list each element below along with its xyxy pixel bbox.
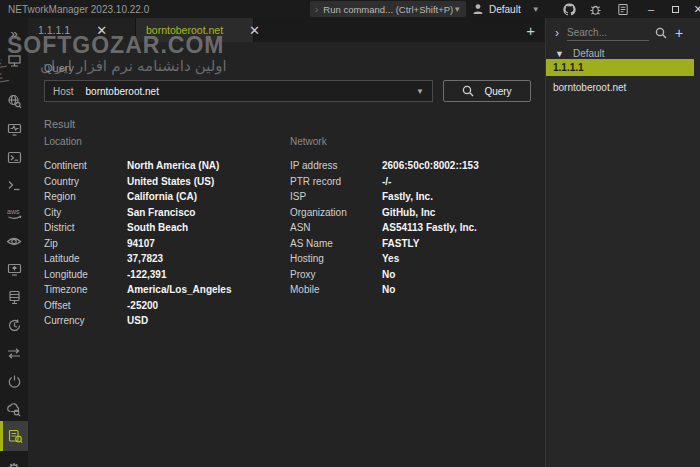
tab-1111[interactable]: 1.1.1.1 ✕ <box>28 18 136 42</box>
query-section-label: Query <box>44 62 74 74</box>
result-row: DistrictSouth Beach <box>44 220 290 236</box>
ip-geolocation-content: Query Host borntoberoot.net ▼ Query Resu… <box>28 42 545 467</box>
network-header: Network <box>290 136 545 158</box>
result-row: TimezoneAmerica/Los_Angeles <box>44 282 290 298</box>
run-command-box[interactable]: › Run command... (Ctrl+Shift+P) ▼ <box>310 1 466 17</box>
github-icon[interactable] <box>560 2 578 16</box>
result-row: ASNAS54113 Fastly, Inc. <box>290 220 545 236</box>
profile-group-header[interactable]: ▼ Default <box>555 48 605 59</box>
main-area: 1.1.1.1 ✕ borntoberoot.net ✕ + Query Hos… <box>28 18 545 467</box>
person-icon <box>472 3 484 15</box>
tool-sidebar: » aws <box>0 18 28 467</box>
sidebar-item-wake-on-lan[interactable] <box>0 368 28 394</box>
result-row: ProxyNo <box>290 267 545 283</box>
networkmanager-window: NETworkManager 2023.10.22.0 › Run comman… <box>0 0 700 467</box>
maximize-icon <box>672 6 679 13</box>
result-row: IP address2606:50c0:8002::153 <box>290 158 545 174</box>
powershell-icon <box>7 150 22 165</box>
search-icon <box>462 85 474 97</box>
expand-sidebar-button[interactable]: » <box>0 20 28 46</box>
profile-item-borntoberoot[interactable]: borntoberoot.net <box>546 79 694 96</box>
sidebar-item-sntp-lookup[interactable] <box>0 312 28 338</box>
bug-report-icon[interactable] <box>586 2 604 16</box>
query-button-label: Query <box>484 86 511 97</box>
geolocation-lookup-icon <box>8 429 23 444</box>
server-rack-icon <box>7 290 22 305</box>
tab-label: borntoberoot.net <box>146 24 223 36</box>
result-row: CountryUnited States (US) <box>44 174 290 190</box>
result-row: OrganizationGitHub, Inc <box>290 205 545 221</box>
sidebar-item-putty[interactable] <box>0 172 28 198</box>
host-row: Host borntoberoot.net ▼ Query <box>44 80 531 102</box>
result-row: Longitude-122,391 <box>44 267 290 283</box>
result-row: CitySan Francisco <box>44 205 290 221</box>
profile-group-label: Default <box>573 48 605 59</box>
sidebar-item-discovery-protocol[interactable] <box>0 340 28 366</box>
cloud-search-icon <box>6 402 22 417</box>
chevron-right-icon: › <box>315 4 318 15</box>
result-row: PTR record-/- <box>290 174 545 190</box>
globe-search-icon <box>7 94 22 109</box>
sidebar-item-whois[interactable] <box>0 396 28 422</box>
profiles-toolbar: › + <box>546 23 700 43</box>
swap-arrows-icon <box>6 346 22 361</box>
result-row: HostingYes <box>290 251 545 267</box>
sidebar-item-network-interface[interactable] <box>0 48 28 74</box>
result-section-label: Result <box>44 118 75 130</box>
profiles-panel: › + ▼ Default 1.1.1.1 borntoberoot.net <box>546 18 700 467</box>
result-row: RegionCalifornia (CA) <box>44 189 290 205</box>
result-row: ContinentNorth America (NA) <box>44 158 290 174</box>
close-tab-icon[interactable]: ✕ <box>249 24 260 37</box>
sidebar-item-ip-geolocation[interactable] <box>0 421 28 451</box>
host-combobox[interactable]: Host borntoberoot.net ▼ <box>44 80 433 102</box>
eye-icon <box>6 234 22 249</box>
tab-bar: 1.1.1.1 ✕ borntoberoot.net ✕ + <box>28 18 545 42</box>
result-row: CurrencyUSD <box>44 313 290 329</box>
host-label: Host <box>53 86 74 97</box>
tab-borntoberoot[interactable]: borntoberoot.net ✕ <box>136 18 254 42</box>
documentation-icon[interactable] <box>614 2 632 16</box>
tab-label: 1.1.1.1 <box>38 24 70 36</box>
gear-icon: ⚙ <box>7 461 20 467</box>
monitor-pulse-icon <box>7 122 22 137</box>
svg-text:aws: aws <box>7 208 20 215</box>
chevron-down-icon: ▼ <box>416 87 424 96</box>
result-row: MobileNo <box>290 282 545 298</box>
settings-button[interactable]: ⚙ <box>0 455 28 467</box>
double-chevron-right-icon: » <box>10 27 17 40</box>
profile-name: Default <box>489 4 521 15</box>
sidebar-item-ping-monitor[interactable] <box>0 116 28 142</box>
sidebar-item-tigervnc[interactable] <box>0 228 28 254</box>
profiles-search-input[interactable] <box>567 25 649 41</box>
search-icon[interactable] <box>655 27 667 39</box>
close-button[interactable]: ✕ <box>687 0 700 18</box>
clock-sync-icon <box>7 318 22 333</box>
profile-dropdown[interactable]: Default ▼ <box>472 0 540 18</box>
add-profile-button[interactable]: + <box>675 25 683 41</box>
add-tab-button[interactable]: + <box>526 22 535 39</box>
collapse-panel-chevron-icon[interactable]: › <box>555 26 559 40</box>
maximize-button[interactable] <box>664 0 686 18</box>
result-row: Offset-25200 <box>44 298 290 314</box>
network-interface-icon <box>7 54 22 69</box>
sidebar-item-web-console[interactable] <box>0 256 28 282</box>
sidebar-item-aws[interactable]: aws <box>0 200 28 226</box>
query-button[interactable]: Query <box>443 80 531 102</box>
location-column: Location ContinentNorth America (NA) Cou… <box>44 136 290 329</box>
location-header: Location <box>44 136 290 158</box>
result-row: ISPFastly, Inc. <box>290 189 545 205</box>
window-title: NETworkManager 2023.10.22.0 <box>8 4 149 15</box>
sidebar-item-snmp[interactable] <box>0 284 28 310</box>
result-row: AS NameFASTLY <box>290 236 545 252</box>
titlebar: NETworkManager 2023.10.22.0 › Run comman… <box>0 0 700 18</box>
close-tab-icon[interactable]: ✕ <box>96 24 107 37</box>
network-column: Network IP address2606:50c0:8002::153 PT… <box>290 136 545 329</box>
host-value: borntoberoot.net <box>86 86 417 97</box>
sidebar-item-powershell[interactable] <box>0 144 28 170</box>
terminal-icon <box>7 178 22 193</box>
profile-item-1111[interactable]: 1.1.1.1 <box>546 59 694 76</box>
chevron-down-icon: ▼ <box>555 49 564 59</box>
aws-icon: aws <box>6 206 23 221</box>
minimize-button[interactable]: – <box>640 0 662 18</box>
sidebar-item-ip-scanner[interactable] <box>0 88 28 114</box>
